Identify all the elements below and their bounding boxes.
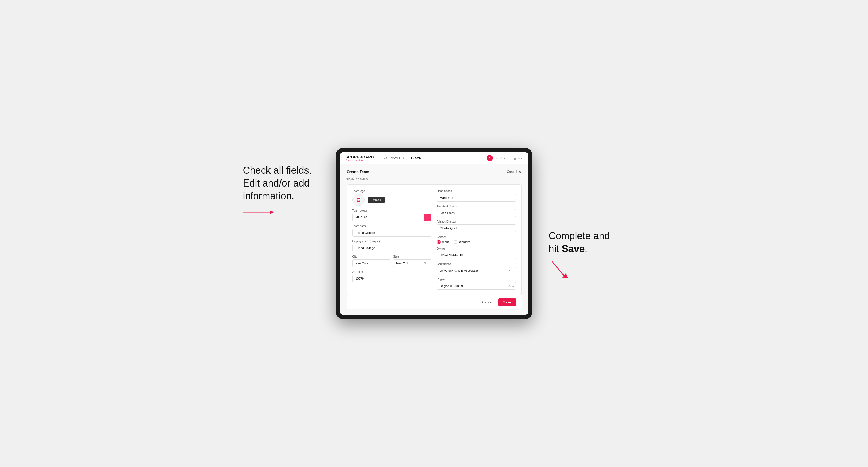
user-label: Test User | (495, 156, 509, 160)
mens-label: Mens (442, 240, 450, 244)
form-left-col: Team logo C Upload Team colour (352, 190, 431, 290)
zip-code-label: Zip code (352, 270, 431, 273)
region-clear-icon[interactable]: ✕ (508, 284, 511, 288)
form-two-columns: Team logo C Upload Team colour (352, 190, 516, 290)
svg-marker-3 (562, 273, 568, 278)
asst-coach-field: Assistant Coach (437, 205, 516, 217)
team-logo-field: Team logo C Upload (352, 190, 431, 206)
city-label: City (352, 255, 391, 258)
brand-subtitle: Powered by clippd (346, 159, 374, 161)
cancel-footer-button[interactable]: Cancel (479, 299, 496, 306)
division-select[interactable]: NCAA Division III (437, 251, 516, 259)
gender-field: Gender Mens Womens (437, 236, 516, 244)
team-name-label: Team name (352, 224, 431, 227)
display-name-input[interactable] (352, 244, 431, 252)
gender-label: Gender (437, 236, 516, 239)
region-select[interactable]: Region II - (M) DIII (437, 282, 516, 290)
region-field: Region Region II - (M) DIII ✕ ⌄ (437, 278, 516, 290)
navbar-right: T Test User | Sign out (487, 155, 523, 161)
athletic-director-field: Athletic Director (437, 220, 516, 232)
form-footer: Cancel Save (347, 295, 522, 309)
team-colour-field: Team colour (352, 209, 431, 221)
cancel-x-icon: ✕ (518, 169, 522, 174)
left-annotation-text: Check all fields. Edit and/or add inform… (243, 164, 319, 203)
zip-code-field: Zip code (352, 270, 431, 282)
conference-label: Conference (437, 262, 516, 266)
division-label: Division (437, 247, 516, 250)
form-right-col: Head Coach Assistant Coach Athletic Dire… (437, 190, 516, 290)
athletic-director-label: Athletic Director (437, 220, 516, 223)
asst-coach-input[interactable] (437, 209, 516, 217)
city-subfield: City (352, 255, 391, 267)
form-title: Create Team (347, 169, 369, 174)
left-annotation: Check all fields. Edit and/or add inform… (243, 148, 319, 218)
brand-name: SCOREBOARD (346, 155, 374, 159)
head-coach-label: Head Coach (437, 190, 516, 192)
conference-select[interactable]: University Athletic Association (437, 267, 516, 275)
city-state-field: City State New York (352, 255, 431, 267)
right-arrow-icon (549, 258, 582, 280)
conference-field: Conference University Athletic Associati… (437, 262, 516, 275)
page-wrapper: Check all fields. Edit and/or add inform… (243, 148, 625, 319)
display-name-field: Display name (unique) (352, 240, 431, 252)
conference-select-wrapper: University Athletic Association ✕ ⌄ (437, 267, 516, 275)
right-annotation: Complete and hit Save. (549, 148, 625, 280)
team-colour-label: Team colour (352, 209, 431, 212)
zip-code-input[interactable] (352, 275, 431, 282)
athletic-director-input[interactable] (437, 224, 516, 232)
nav-teams[interactable]: TEAMS (411, 155, 421, 161)
city-state-row: City State New York (352, 255, 431, 267)
team-name-field: Team name (352, 224, 431, 237)
team-logo-label: Team logo (352, 190, 431, 192)
user-avatar: T (487, 155, 493, 161)
colour-text-input[interactable] (352, 214, 424, 221)
colour-input-wrapper (352, 214, 431, 221)
region-select-wrapper: Region II - (M) DIII ✕ ⌄ (437, 282, 516, 290)
city-input[interactable] (352, 259, 391, 267)
left-arrow-icon (243, 207, 276, 218)
tablet-screen: SCOREBOARD Powered by clippd TOURNAMENTS… (340, 152, 528, 315)
colour-swatch[interactable] (424, 214, 431, 221)
brand-logo: SCOREBOARD Powered by clippd (346, 155, 374, 161)
form-header: Create Team Cancel ✕ (347, 169, 522, 174)
right-annotation-text: Complete and hit Save. (549, 230, 610, 255)
head-coach-field: Head Coach (437, 190, 516, 201)
save-button[interactable]: Save (498, 299, 516, 306)
region-label: Region (437, 278, 516, 281)
state-label: State (393, 255, 431, 258)
section-label: TEAM DETAILS (347, 178, 522, 181)
conference-clear-icon[interactable]: ✕ (508, 269, 511, 273)
gender-radio-group: Mens Womens (437, 240, 516, 244)
display-name-label: Display name (unique) (352, 240, 431, 243)
svg-line-2 (552, 261, 565, 277)
nav-tournaments[interactable]: TOURNAMENTS (382, 155, 405, 161)
mens-radio-dot (437, 240, 441, 244)
asst-coach-label: Assistant Coach (437, 205, 516, 208)
head-coach-input[interactable] (437, 194, 516, 201)
cancel-header-button[interactable]: Cancel ✕ (507, 169, 521, 174)
nav-links: TOURNAMENTS TEAMS (382, 155, 487, 161)
state-select-wrapper: New York ✕ ⌄ (393, 259, 431, 267)
gender-mens-radio[interactable]: Mens (437, 240, 450, 244)
tablet-device: SCOREBOARD Powered by clippd TOURNAMENTS… (336, 148, 532, 319)
navbar: SCOREBOARD Powered by clippd TOURNAMENTS… (340, 152, 528, 164)
womens-label: Womens (459, 240, 470, 244)
womens-radio-dot (454, 240, 457, 244)
state-subfield: State New York ✕ ⌄ (393, 255, 431, 267)
logo-circle: C (352, 194, 365, 206)
state-clear-icon[interactable]: ✕ (424, 261, 427, 265)
logo-area: C Upload (352, 194, 431, 206)
gender-womens-radio[interactable]: Womens (454, 240, 470, 244)
division-select-wrapper: NCAA Division III ⌄ (437, 251, 516, 259)
form-body: Team logo C Upload Team colour (347, 184, 522, 295)
form-container: Create Team Cancel ✕ TEAM DETAILS (340, 164, 528, 315)
team-name-input[interactable] (352, 229, 431, 237)
svg-marker-1 (270, 211, 274, 214)
sign-out-link[interactable]: Sign out (512, 156, 522, 160)
division-field: Division NCAA Division III ⌄ (437, 247, 516, 259)
upload-button[interactable]: Upload (368, 197, 385, 203)
